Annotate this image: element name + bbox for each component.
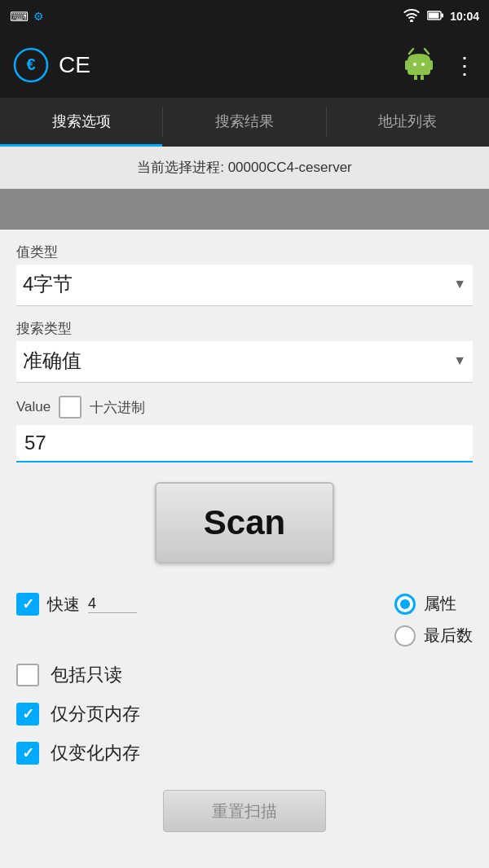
- radio-last-number-button[interactable]: [394, 625, 416, 647]
- fast-checkbox[interactable]: [16, 593, 39, 616]
- scan-button[interactable]: Scan: [155, 482, 334, 563]
- status-bar-right: 10:04: [403, 9, 479, 24]
- search-type-label: 搜索类型: [16, 319, 473, 338]
- gear-small-icon: ⚙: [33, 10, 44, 23]
- app-bar-left: € CE: [13, 47, 90, 83]
- left-options: 快速: [16, 593, 137, 616]
- changed-memory-row: 仅变化内存: [16, 741, 473, 765]
- value-type-dropdown[interactable]: 4字节 ▼: [16, 265, 473, 306]
- fast-label: 快速: [47, 594, 80, 616]
- value-type-label: 值类型: [16, 243, 473, 261]
- dropdown-arrow-value-type: ▼: [453, 277, 473, 292]
- scan-section: Scan: [0, 482, 489, 593]
- hex-checkbox[interactable]: [59, 396, 82, 419]
- svg-rect-1: [442, 13, 444, 17]
- app-bar: € CE ⋮: [0, 33, 489, 98]
- include-readonly-checkbox[interactable]: [16, 664, 39, 686]
- radio-attribute[interactable]: 属性: [394, 593, 473, 615]
- svg-line-12: [425, 49, 429, 54]
- svg-rect-8: [430, 60, 433, 70]
- reset-section: 重置扫描: [0, 790, 489, 848]
- speed-input[interactable]: [88, 595, 137, 613]
- tab-search-options[interactable]: 搜索选项: [0, 98, 162, 147]
- radio-attribute-button[interactable]: [394, 594, 416, 615]
- svg-point-14: [421, 63, 425, 66]
- battery-icon: [427, 10, 443, 24]
- paged-memory-checkbox[interactable]: [16, 703, 39, 726]
- svg-point-13: [413, 63, 416, 66]
- tab-bar: 搜索选项 搜索结果 地址列表: [0, 98, 489, 147]
- svg-line-11: [409, 49, 413, 54]
- changed-memory-checkbox[interactable]: [16, 742, 39, 765]
- status-bar-left: ⌨ ⚙: [10, 9, 44, 24]
- more-icon[interactable]: ⋮: [453, 52, 476, 79]
- android-icon: [401, 44, 437, 87]
- changed-memory-label: 仅变化内存: [51, 741, 140, 765]
- radio-attribute-label: 属性: [424, 593, 456, 615]
- svg-text:€: €: [26, 55, 35, 73]
- time-display: 10:04: [450, 10, 479, 23]
- tab-search-results[interactable]: 搜索结果: [163, 98, 325, 147]
- search-input[interactable]: [10, 202, 479, 217]
- value-input-container: [16, 425, 473, 462]
- app-title: CE: [59, 52, 90, 78]
- right-options: 属性 最后数: [394, 593, 473, 647]
- keyboard-icon: ⌨: [10, 9, 29, 24]
- dropdown-arrow-search-type: ▼: [453, 353, 473, 368]
- paged-memory-label: 仅分页内存: [51, 702, 140, 726]
- reset-button[interactable]: 重置扫描: [163, 790, 326, 832]
- value-input[interactable]: [16, 425, 473, 461]
- search-bar[interactable]: [0, 189, 489, 230]
- form-section: 值类型 4字节 ▼ 搜索类型 准确值 ▼ Value 十六进制: [0, 230, 489, 462]
- checkboxes-section: 包括只读 仅分页内存 仅变化内存: [0, 663, 489, 765]
- svg-rect-10: [421, 75, 424, 80]
- app-logo: €: [13, 47, 49, 83]
- include-readonly-row: 包括只读: [16, 663, 473, 687]
- process-bar: 当前选择进程: 00000CC4-ceserver: [0, 147, 489, 189]
- search-type-dropdown[interactable]: 准确值 ▼: [16, 341, 473, 383]
- status-bar: ⌨ ⚙ 10:04: [0, 0, 489, 33]
- fast-row: 快速: [16, 593, 137, 616]
- svg-rect-9: [414, 75, 417, 80]
- hex-label: 十六进制: [90, 398, 145, 417]
- app-bar-right: ⋮: [401, 44, 476, 87]
- process-text: 当前选择进程: 00000CC4-ceserver: [137, 160, 352, 175]
- paged-memory-row: 仅分页内存: [16, 702, 473, 726]
- value-row: Value 十六进制: [16, 396, 473, 419]
- tab-address-list[interactable]: 地址列表: [327, 98, 489, 147]
- radio-last-number-label: 最后数: [424, 625, 473, 647]
- svg-rect-7: [405, 60, 408, 70]
- svg-rect-2: [429, 12, 439, 18]
- radio-last-number[interactable]: 最后数: [394, 625, 473, 647]
- value-label: Value: [16, 399, 51, 415]
- wifi-icon: [403, 9, 421, 24]
- include-readonly-label: 包括只读: [51, 663, 122, 687]
- options-row: 快速 属性 最后数: [0, 593, 489, 647]
